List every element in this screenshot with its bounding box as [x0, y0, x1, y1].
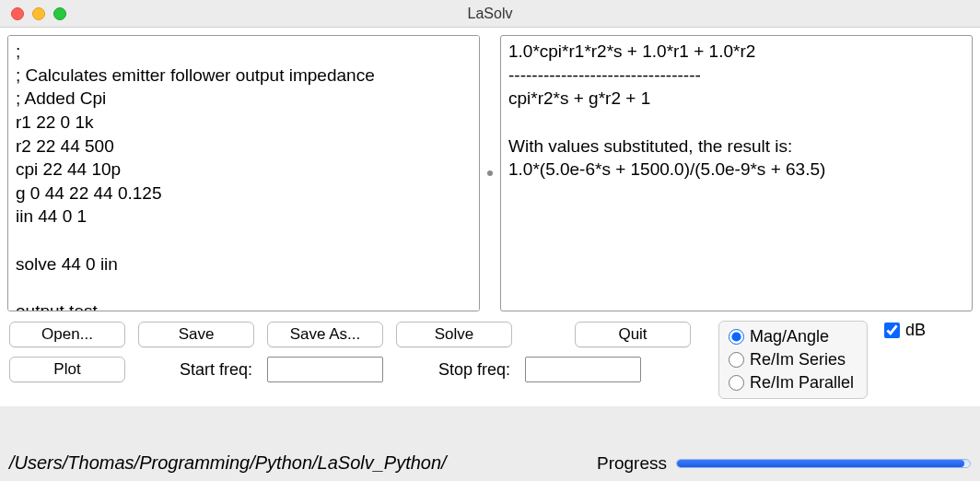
open-button[interactable]: Open... — [9, 322, 125, 347]
result-output[interactable]: 1.0*cpi*r1*r2*s + 1.0*r1 + 1.0*r2 ------… — [500, 35, 973, 311]
status-bar: /Users/Thomas/Programming/Python/LaSolv_… — [0, 452, 980, 477]
radio-mag-angle-input[interactable] — [729, 329, 744, 345]
close-icon[interactable] — [11, 7, 24, 20]
split-panes: 1.0*cpi*r1*r2*s + 1.0*r1 + 1.0*r2 ------… — [7, 35, 973, 311]
quit-button[interactable]: Quit — [575, 322, 691, 347]
file-path: /Users/Thomas/Programming/Python/LaSolv_… — [9, 452, 447, 474]
save-as-button[interactable]: Save As... — [267, 322, 383, 347]
db-checkbox-row[interactable]: dB — [884, 321, 926, 340]
radio-re-im-parallel[interactable]: Re/Im Parallel — [729, 373, 854, 393]
netlist-editor[interactable] — [7, 35, 480, 311]
traffic-lights — [0, 7, 66, 20]
radio-re-im-parallel-input[interactable] — [729, 375, 744, 391]
solve-button[interactable]: Solve — [396, 322, 512, 347]
radio-re-im-series-label: Re/Im Series — [750, 350, 846, 370]
progress-label: Progress — [597, 453, 667, 474]
radio-re-im-parallel-label: Re/Im Parallel — [750, 373, 854, 393]
start-freq-input[interactable] — [267, 357, 383, 382]
workarea: 1.0*cpi*r1*r2*s + 1.0*r1 + 1.0*r2 ------… — [0, 28, 980, 406]
radio-mag-angle[interactable]: Mag/Angle — [729, 327, 854, 346]
save-button[interactable]: Save — [138, 322, 254, 347]
titlebar: LaSolv — [0, 0, 980, 28]
radio-re-im-series[interactable]: Re/Im Series — [729, 350, 854, 370]
minimize-icon[interactable] — [32, 7, 45, 20]
db-checkbox-label: dB — [905, 321, 926, 340]
db-checkbox[interactable] — [884, 323, 900, 338]
button-grid: Open... Save Save As... Solve Quit Plot … — [9, 321, 691, 383]
controls-row: Open... Save Save As... Solve Quit Plot … — [7, 321, 973, 399]
plot-button[interactable]: Plot — [9, 357, 125, 382]
radio-mag-angle-label: Mag/Angle — [750, 327, 829, 346]
display-mode-group: Mag/Angle Re/Im Series Re/Im Parallel — [718, 321, 868, 399]
progress-bar — [676, 459, 971, 468]
options-area: Mag/Angle Re/Im Series Re/Im Parallel dB — [718, 321, 926, 399]
start-freq-label: Start freq: — [138, 360, 254, 380]
stop-freq-label: Stop freq: — [396, 360, 512, 380]
window-title: LaSolv — [0, 6, 980, 22]
stop-freq-input[interactable] — [525, 357, 641, 382]
radio-re-im-series-input[interactable] — [729, 352, 744, 368]
pane-splitter[interactable] — [485, 35, 495, 311]
progress-fill — [677, 460, 964, 467]
maximize-icon[interactable] — [53, 7, 66, 20]
splitter-handle-icon — [487, 170, 493, 176]
